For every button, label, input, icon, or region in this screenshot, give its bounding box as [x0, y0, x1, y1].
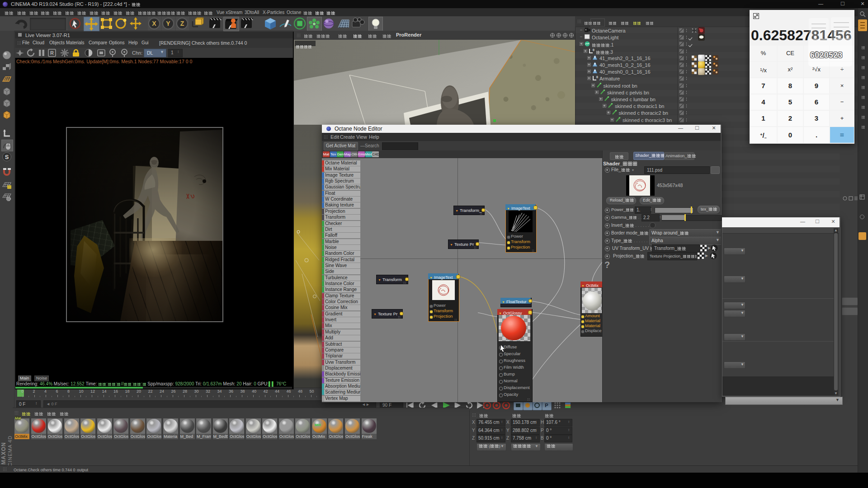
svg-text:P: P: [545, 403, 548, 408]
svg-text:0: 0: [596, 75, 598, 79]
svg-text:Y: Y: [166, 20, 170, 27]
svg-text:X: X: [152, 20, 156, 27]
svg-text:R: R: [50, 50, 54, 56]
svg-text:Z: Z: [180, 20, 184, 27]
svg-text:0: 0: [593, 48, 594, 52]
svg-text:S: S: [5, 154, 9, 160]
